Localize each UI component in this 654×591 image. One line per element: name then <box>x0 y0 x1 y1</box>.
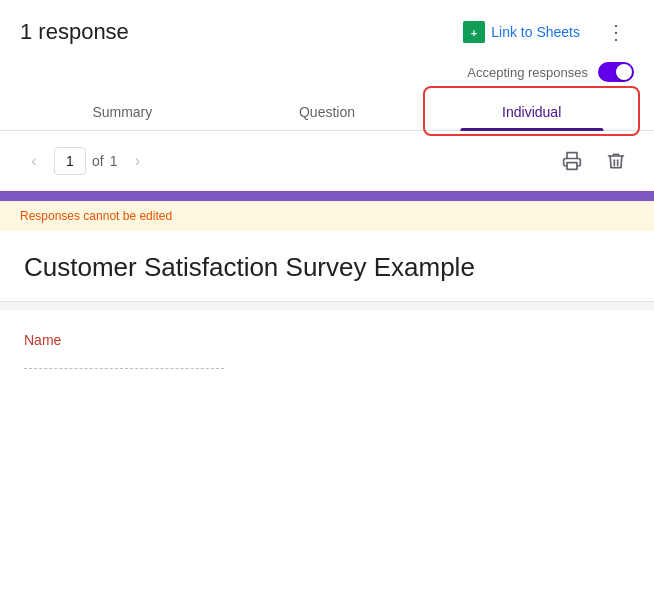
survey-title-section: Customer Satisfaction Survey Example <box>0 231 654 302</box>
sheets-icon: + <box>463 21 485 43</box>
total-pages: 1 <box>110 153 118 169</box>
navigation-row: ‹ of 1 › <box>0 131 654 191</box>
header: 1 response + Link to Sheets ⋮ <box>0 0 654 58</box>
svg-text:+: + <box>471 27 477 39</box>
survey-accent-bar <box>0 191 654 201</box>
tab-individual[interactable]: Individual <box>429 92 634 130</box>
page-navigation: ‹ of 1 › <box>20 147 151 175</box>
delete-button[interactable] <box>598 143 634 179</box>
response-actions <box>554 143 634 179</box>
svg-rect-2 <box>567 163 577 170</box>
accepting-responses-row: Accepting responses <box>0 58 654 92</box>
prev-page-button[interactable]: ‹ <box>20 147 48 175</box>
tab-question[interactable]: Question <box>225 92 430 130</box>
more-options-button[interactable]: ⋮ <box>598 14 634 50</box>
tab-summary[interactable]: Summary <box>20 92 225 130</box>
tab-individual-label: Individual <box>502 104 561 120</box>
edit-warning: Responses cannot be edited <box>0 201 654 231</box>
field-name-underline <box>24 368 224 369</box>
survey-title: Customer Satisfaction Survey Example <box>24 251 630 285</box>
more-icon: ⋮ <box>606 20 626 44</box>
link-to-sheets-label: Link to Sheets <box>491 24 580 40</box>
link-to-sheets-button[interactable]: + Link to Sheets <box>453 15 590 49</box>
response-count: 1 response <box>20 19 129 45</box>
print-button[interactable] <box>554 143 590 179</box>
prev-arrow-icon: ‹ <box>31 152 36 170</box>
tab-summary-label: Summary <box>92 104 152 120</box>
response-fields: Name <box>0 312 654 379</box>
of-label: of <box>92 153 104 169</box>
page-number-input[interactable] <box>54 147 86 175</box>
header-actions: + Link to Sheets ⋮ <box>453 14 634 50</box>
accepting-label: Accepting responses <box>467 65 588 80</box>
next-page-button[interactable]: › <box>123 147 151 175</box>
tab-question-label: Question <box>299 104 355 120</box>
accepting-toggle[interactable] <box>598 62 634 82</box>
toggle-thumb <box>616 64 632 80</box>
survey-card: Responses cannot be edited Customer Sati… <box>0 201 654 302</box>
print-icon <box>562 151 582 171</box>
next-arrow-icon: › <box>135 152 140 170</box>
delete-icon <box>606 151 626 171</box>
tabs-bar: Summary Question Individual <box>0 92 654 131</box>
section-divider <box>0 302 654 310</box>
field-name-label: Name <box>24 332 630 348</box>
